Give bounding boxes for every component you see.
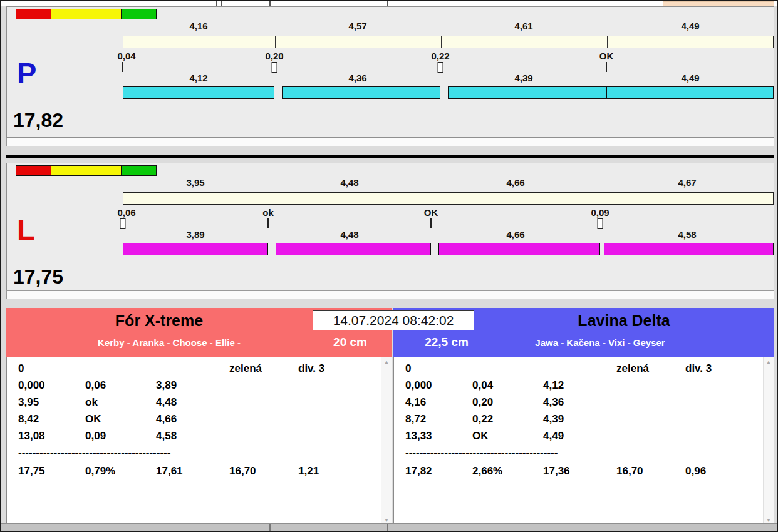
result-cell: 0 — [405, 362, 411, 375]
split-bar-divider — [607, 36, 608, 48]
legend-yellow-box-2 — [86, 9, 122, 19]
summary-total: 17,75 — [18, 465, 45, 478]
total-time-l: 17,75 — [13, 266, 63, 288]
summary-diff: 1,21 — [298, 465, 319, 478]
lane-p: P 4,16 4,57 4,61 4,49 0,04 0,20 0,22 OK … — [6, 6, 774, 138]
run-bar-segment — [448, 86, 606, 99]
window-edge-tick — [269, 524, 271, 531]
result-cell: div. 3 — [298, 362, 324, 375]
lane-l: L 3,95 4,48 4,66 4,67 0,06 ok OK 0,09 3,… — [6, 163, 774, 290]
leg-time-label: 4,36 — [348, 73, 366, 83]
results-section: Fór X-treme Kerby - Aranka - Choose - El… — [6, 308, 774, 526]
team-members-right: Jawa - Kačena - Vixi - Geyser — [469, 337, 732, 348]
separator-dashes: ----------------------------------------… — [18, 447, 170, 459]
total-time-p: 17,82 — [13, 110, 63, 131]
result-cell: 4,48 — [156, 396, 177, 409]
result-cell: OK — [85, 413, 101, 426]
gate-marker-box — [120, 218, 126, 229]
leg-time-label: 3,89 — [186, 229, 204, 240]
scroll-down-icon[interactable]: ▼ — [764, 518, 774, 523]
scrollbar[interactable]: ▲ ▼ — [763, 357, 774, 525]
run-bar-segment — [604, 243, 774, 255]
result-row: 0,000 0,04 4,12 — [394, 379, 761, 396]
scroll-down-icon[interactable]: ▼ — [381, 518, 392, 523]
lane-divider — [6, 155, 774, 158]
team-name-left: Fór X-treme — [6, 308, 312, 330]
result-row: 4,16 0,20 4,36 — [394, 396, 761, 413]
gate-time-label: 0,22 — [431, 51, 449, 61]
result-row: 8,72 0,22 4,39 — [394, 413, 761, 430]
gate-marker-box — [438, 62, 443, 73]
window-edge-tick — [216, 1, 217, 6]
gate-time-label: 0,06 — [117, 207, 135, 218]
leg-time-label: 4,58 — [678, 229, 696, 240]
run-bar-segment — [606, 86, 774, 99]
split-time-label: 4,16 — [189, 21, 207, 31]
result-cell: 0,20 — [472, 396, 493, 409]
summary-total: 17,82 — [405, 465, 432, 478]
gate-time-label: OK — [599, 51, 614, 61]
gate-marker-box — [598, 218, 603, 229]
results-panel-left[interactable]: 0 zelená div. 3 0,000 0,06 3,89 3,95 ok … — [6, 357, 392, 526]
split-time-label: 4,66 — [506, 177, 524, 188]
bottom-window-strip — [1, 523, 777, 531]
run-bar-segment — [276, 243, 431, 255]
result-cell: 0,04 — [472, 379, 493, 392]
gate-time-label: ok — [262, 207, 274, 218]
split-bar-divider — [269, 193, 269, 204]
result-cell: 0,000 — [405, 379, 432, 392]
results-panel-right[interactable]: 0 zelená div. 3 0,000 0,04 4,12 4,16 0,2… — [393, 357, 774, 526]
legend-yellow-box-1 — [51, 9, 86, 19]
datetime-display: 14.07.2024 08:42:02 — [313, 310, 474, 330]
gate-time-label: 0,09 — [591, 207, 609, 218]
scrollbar[interactable]: ▲ ▼ — [381, 357, 392, 525]
gate-time-label: 0,20 — [265, 51, 283, 61]
result-cell: 4,36 — [543, 396, 564, 409]
result-cell: 4,16 — [405, 396, 426, 409]
gate-time-label: 0,04 — [117, 51, 135, 61]
lane-letter-p: P — [17, 58, 36, 88]
leg-time-label: 4,12 — [189, 73, 207, 83]
legend-red-box — [16, 9, 51, 19]
summary-reference: 16,70 — [229, 465, 256, 478]
result-cell: 4,39 — [543, 413, 564, 426]
scroll-up-icon[interactable]: ▲ — [381, 359, 392, 365]
summary-net: 17,36 — [543, 465, 570, 478]
result-row: 0 zelená div. 3 — [394, 362, 761, 379]
result-cell: div. 3 — [685, 362, 712, 375]
legend-green-box — [121, 9, 157, 19]
result-cell: 0,22 — [472, 413, 493, 426]
scroll-up-icon[interactable]: ▲ — [764, 359, 774, 365]
result-row: 3,95 ok 4,48 — [7, 396, 379, 413]
run-bar-segment — [123, 86, 274, 99]
lane-l-status-strip — [6, 290, 774, 299]
result-cell: 13,08 — [18, 430, 45, 442]
run-bar-segment — [438, 243, 600, 255]
window-edge-tick — [221, 1, 222, 6]
gate-tick — [267, 218, 269, 228]
run-bar-segment — [123, 243, 268, 255]
result-cell: ok — [85, 396, 98, 409]
legend-yellow-box-2 — [86, 165, 122, 176]
leg-time-label: 4,49 — [681, 73, 699, 83]
result-row: 13,08 0,09 4,58 — [7, 430, 379, 447]
separator-row: ----------------------------------------… — [7, 447, 379, 464]
result-row: 13,33 OK 4,49 — [394, 430, 761, 447]
result-cell: 0,09 — [85, 430, 106, 442]
split-time-label: 4,48 — [340, 177, 358, 188]
leg-time-label: 4,48 — [340, 229, 358, 240]
result-cell: zelená — [229, 362, 262, 375]
team-members-left: Kerby - Aranka - Choose - Ellie - — [19, 337, 319, 348]
top-window-strip — [1, 1, 777, 6]
result-cell: 3,89 — [156, 379, 177, 392]
jump-height-left: 20 cm — [322, 335, 378, 349]
result-cell: 4,12 — [543, 379, 564, 392]
split-bar-divider — [601, 193, 601, 204]
gate-time-label: OK — [424, 207, 438, 218]
result-row: 0,000 0,06 3,89 — [7, 379, 379, 396]
team-name-right: Lavina Delta — [474, 308, 774, 330]
gate-tick — [430, 218, 432, 228]
leg-time-label: 4,66 — [506, 229, 524, 240]
window-edge-tick — [387, 1, 388, 6]
result-row: 0 zelená div. 3 — [7, 362, 379, 379]
